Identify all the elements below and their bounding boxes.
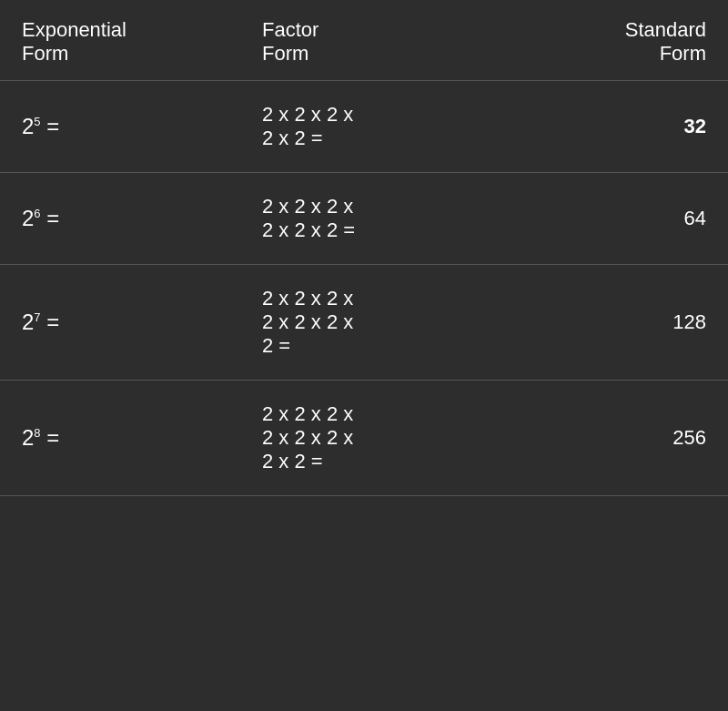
cell-standard-2: 128: [488, 265, 728, 381]
math-table: Exponential Form Factor Form Standard Fo…: [0, 0, 728, 496]
table-row: 25 =2 x 2 x 2 x2 x 2 =32: [0, 81, 728, 173]
cell-exponential-2: 27 =: [0, 265, 240, 381]
cell-standard-0: 32: [488, 81, 728, 173]
cell-exponential-0: 25 =: [0, 81, 240, 173]
header-standard-form: Standard Form: [488, 0, 728, 81]
cell-factor-0: 2 x 2 x 2 x2 x 2 =: [240, 81, 488, 173]
cell-factor-1: 2 x 2 x 2 x2 x 2 x 2 =: [240, 173, 488, 265]
cell-factor-2: 2 x 2 x 2 x2 x 2 x 2 x2 =: [240, 265, 488, 381]
cell-exponential-1: 26 =: [0, 173, 240, 265]
cell-standard-3: 256: [488, 381, 728, 496]
main-table-container: Exponential Form Factor Form Standard Fo…: [0, 0, 728, 496]
cell-factor-3: 2 x 2 x 2 x2 x 2 x 2 x2 x 2 =: [240, 381, 488, 496]
table-row: 28 =2 x 2 x 2 x2 x 2 x 2 x2 x 2 =256: [0, 381, 728, 496]
cell-standard-1: 64: [488, 173, 728, 265]
table-row: 27 =2 x 2 x 2 x2 x 2 x 2 x2 =128: [0, 265, 728, 381]
header-exponential-form: Exponential Form: [0, 0, 240, 81]
table-header-row: Exponential Form Factor Form Standard Fo…: [0, 0, 728, 81]
header-factor-form: Factor Form: [240, 0, 488, 81]
cell-exponential-3: 28 =: [0, 381, 240, 496]
table-row: 26 =2 x 2 x 2 x2 x 2 x 2 =64: [0, 173, 728, 265]
